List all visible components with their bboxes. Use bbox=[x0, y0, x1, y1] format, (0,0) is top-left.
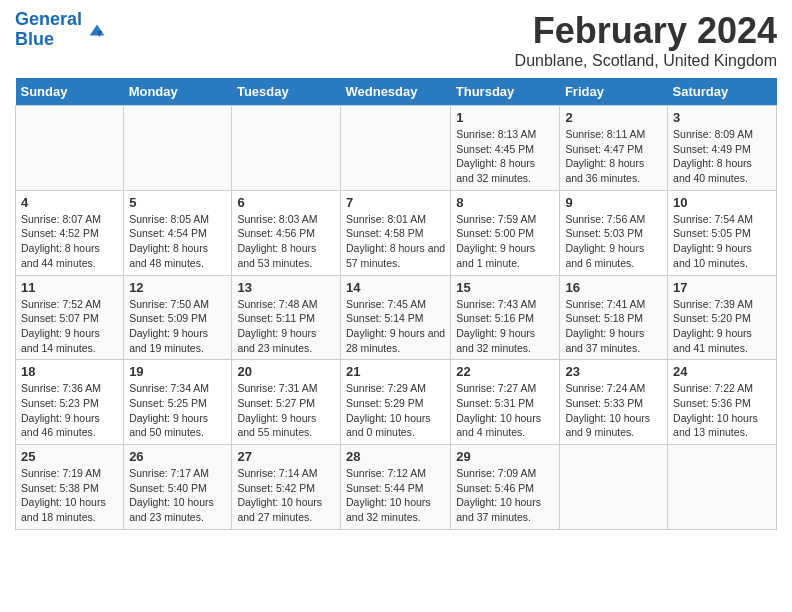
calendar-cell bbox=[340, 106, 450, 191]
calendar-cell: 12Sunrise: 7:50 AM Sunset: 5:09 PM Dayli… bbox=[124, 275, 232, 360]
day-header-monday: Monday bbox=[124, 78, 232, 106]
cell-content: Sunrise: 7:43 AM Sunset: 5:16 PM Dayligh… bbox=[456, 297, 554, 356]
week-row-1: 1Sunrise: 8:13 AM Sunset: 4:45 PM Daylig… bbox=[16, 106, 777, 191]
calendar-cell: 19Sunrise: 7:34 AM Sunset: 5:25 PM Dayli… bbox=[124, 360, 232, 445]
calendar-cell: 6Sunrise: 8:03 AM Sunset: 4:56 PM Daylig… bbox=[232, 190, 341, 275]
date-number: 12 bbox=[129, 280, 226, 295]
cell-content: Sunrise: 8:07 AM Sunset: 4:52 PM Dayligh… bbox=[21, 212, 118, 271]
date-number: 7 bbox=[346, 195, 445, 210]
day-header-thursday: Thursday bbox=[451, 78, 560, 106]
cell-content: Sunrise: 7:31 AM Sunset: 5:27 PM Dayligh… bbox=[237, 381, 335, 440]
day-header-wednesday: Wednesday bbox=[340, 78, 450, 106]
logo-text: General Blue bbox=[15, 10, 82, 50]
date-number: 2 bbox=[565, 110, 662, 125]
calendar-cell: 15Sunrise: 7:43 AM Sunset: 5:16 PM Dayli… bbox=[451, 275, 560, 360]
date-number: 3 bbox=[673, 110, 771, 125]
cell-content: Sunrise: 7:27 AM Sunset: 5:31 PM Dayligh… bbox=[456, 381, 554, 440]
date-number: 28 bbox=[346, 449, 445, 464]
day-header-sunday: Sunday bbox=[16, 78, 124, 106]
date-number: 1 bbox=[456, 110, 554, 125]
calendar-cell: 20Sunrise: 7:31 AM Sunset: 5:27 PM Dayli… bbox=[232, 360, 341, 445]
date-number: 11 bbox=[21, 280, 118, 295]
calendar-cell: 3Sunrise: 8:09 AM Sunset: 4:49 PM Daylig… bbox=[668, 106, 777, 191]
calendar-cell: 4Sunrise: 8:07 AM Sunset: 4:52 PM Daylig… bbox=[16, 190, 124, 275]
calendar-cell: 23Sunrise: 7:24 AM Sunset: 5:33 PM Dayli… bbox=[560, 360, 668, 445]
date-number: 4 bbox=[21, 195, 118, 210]
date-number: 26 bbox=[129, 449, 226, 464]
cell-content: Sunrise: 7:36 AM Sunset: 5:23 PM Dayligh… bbox=[21, 381, 118, 440]
subtitle: Dunblane, Scotland, United Kingdom bbox=[515, 52, 777, 70]
date-number: 8 bbox=[456, 195, 554, 210]
header: General Blue February 2024 Dunblane, Sco… bbox=[15, 10, 777, 70]
cell-content: Sunrise: 7:22 AM Sunset: 5:36 PM Dayligh… bbox=[673, 381, 771, 440]
cell-content: Sunrise: 7:29 AM Sunset: 5:29 PM Dayligh… bbox=[346, 381, 445, 440]
logo-icon bbox=[86, 19, 108, 41]
date-number: 15 bbox=[456, 280, 554, 295]
date-number: 18 bbox=[21, 364, 118, 379]
cell-content: Sunrise: 8:03 AM Sunset: 4:56 PM Dayligh… bbox=[237, 212, 335, 271]
svg-marker-0 bbox=[90, 24, 105, 35]
cell-content: Sunrise: 7:12 AM Sunset: 5:44 PM Dayligh… bbox=[346, 466, 445, 525]
calendar-cell: 9Sunrise: 7:56 AM Sunset: 5:03 PM Daylig… bbox=[560, 190, 668, 275]
cell-content: Sunrise: 7:14 AM Sunset: 5:42 PM Dayligh… bbox=[237, 466, 335, 525]
calendar-cell: 18Sunrise: 7:36 AM Sunset: 5:23 PM Dayli… bbox=[16, 360, 124, 445]
date-number: 23 bbox=[565, 364, 662, 379]
week-row-4: 18Sunrise: 7:36 AM Sunset: 5:23 PM Dayli… bbox=[16, 360, 777, 445]
calendar-cell: 2Sunrise: 8:11 AM Sunset: 4:47 PM Daylig… bbox=[560, 106, 668, 191]
calendar-cell: 13Sunrise: 7:48 AM Sunset: 5:11 PM Dayli… bbox=[232, 275, 341, 360]
date-number: 16 bbox=[565, 280, 662, 295]
cell-content: Sunrise: 7:19 AM Sunset: 5:38 PM Dayligh… bbox=[21, 466, 118, 525]
date-number: 24 bbox=[673, 364, 771, 379]
calendar-cell: 21Sunrise: 7:29 AM Sunset: 5:29 PM Dayli… bbox=[340, 360, 450, 445]
main-title: February 2024 bbox=[515, 10, 777, 52]
calendar-cell: 14Sunrise: 7:45 AM Sunset: 5:14 PM Dayli… bbox=[340, 275, 450, 360]
date-number: 22 bbox=[456, 364, 554, 379]
cell-content: Sunrise: 7:48 AM Sunset: 5:11 PM Dayligh… bbox=[237, 297, 335, 356]
calendar-cell bbox=[16, 106, 124, 191]
date-number: 6 bbox=[237, 195, 335, 210]
cell-content: Sunrise: 7:56 AM Sunset: 5:03 PM Dayligh… bbox=[565, 212, 662, 271]
cell-content: Sunrise: 8:11 AM Sunset: 4:47 PM Dayligh… bbox=[565, 127, 662, 186]
cell-content: Sunrise: 8:09 AM Sunset: 4:49 PM Dayligh… bbox=[673, 127, 771, 186]
cell-content: Sunrise: 7:59 AM Sunset: 5:00 PM Dayligh… bbox=[456, 212, 554, 271]
calendar-cell: 11Sunrise: 7:52 AM Sunset: 5:07 PM Dayli… bbox=[16, 275, 124, 360]
cell-content: Sunrise: 7:09 AM Sunset: 5:46 PM Dayligh… bbox=[456, 466, 554, 525]
calendar-cell: 27Sunrise: 7:14 AM Sunset: 5:42 PM Dayli… bbox=[232, 445, 341, 530]
date-number: 27 bbox=[237, 449, 335, 464]
cell-content: Sunrise: 7:54 AM Sunset: 5:05 PM Dayligh… bbox=[673, 212, 771, 271]
date-number: 10 bbox=[673, 195, 771, 210]
cell-content: Sunrise: 7:52 AM Sunset: 5:07 PM Dayligh… bbox=[21, 297, 118, 356]
date-number: 29 bbox=[456, 449, 554, 464]
cell-content: Sunrise: 8:01 AM Sunset: 4:58 PM Dayligh… bbox=[346, 212, 445, 271]
week-row-5: 25Sunrise: 7:19 AM Sunset: 5:38 PM Dayli… bbox=[16, 445, 777, 530]
day-header-saturday: Saturday bbox=[668, 78, 777, 106]
day-header-friday: Friday bbox=[560, 78, 668, 106]
cell-content: Sunrise: 7:45 AM Sunset: 5:14 PM Dayligh… bbox=[346, 297, 445, 356]
calendar-cell: 25Sunrise: 7:19 AM Sunset: 5:38 PM Dayli… bbox=[16, 445, 124, 530]
calendar-cell: 5Sunrise: 8:05 AM Sunset: 4:54 PM Daylig… bbox=[124, 190, 232, 275]
cell-content: Sunrise: 7:41 AM Sunset: 5:18 PM Dayligh… bbox=[565, 297, 662, 356]
day-header-tuesday: Tuesday bbox=[232, 78, 341, 106]
calendar-cell: 8Sunrise: 7:59 AM Sunset: 5:00 PM Daylig… bbox=[451, 190, 560, 275]
logo: General Blue bbox=[15, 10, 108, 50]
date-number: 14 bbox=[346, 280, 445, 295]
week-row-2: 4Sunrise: 8:07 AM Sunset: 4:52 PM Daylig… bbox=[16, 190, 777, 275]
calendar-cell: 10Sunrise: 7:54 AM Sunset: 5:05 PM Dayli… bbox=[668, 190, 777, 275]
calendar-cell: 17Sunrise: 7:39 AM Sunset: 5:20 PM Dayli… bbox=[668, 275, 777, 360]
title-area: February 2024 Dunblane, Scotland, United… bbox=[515, 10, 777, 70]
calendar-cell: 1Sunrise: 8:13 AM Sunset: 4:45 PM Daylig… bbox=[451, 106, 560, 191]
calendar-cell: 29Sunrise: 7:09 AM Sunset: 5:46 PM Dayli… bbox=[451, 445, 560, 530]
cell-content: Sunrise: 7:39 AM Sunset: 5:20 PM Dayligh… bbox=[673, 297, 771, 356]
cell-content: Sunrise: 8:05 AM Sunset: 4:54 PM Dayligh… bbox=[129, 212, 226, 271]
calendar-cell: 16Sunrise: 7:41 AM Sunset: 5:18 PM Dayli… bbox=[560, 275, 668, 360]
calendar-cell bbox=[232, 106, 341, 191]
date-number: 17 bbox=[673, 280, 771, 295]
date-number: 13 bbox=[237, 280, 335, 295]
calendar-cell bbox=[560, 445, 668, 530]
calendar-cell bbox=[124, 106, 232, 191]
calendar-cell: 26Sunrise: 7:17 AM Sunset: 5:40 PM Dayli… bbox=[124, 445, 232, 530]
date-number: 19 bbox=[129, 364, 226, 379]
cell-content: Sunrise: 7:34 AM Sunset: 5:25 PM Dayligh… bbox=[129, 381, 226, 440]
cell-content: Sunrise: 7:50 AM Sunset: 5:09 PM Dayligh… bbox=[129, 297, 226, 356]
calendar-cell: 7Sunrise: 8:01 AM Sunset: 4:58 PM Daylig… bbox=[340, 190, 450, 275]
